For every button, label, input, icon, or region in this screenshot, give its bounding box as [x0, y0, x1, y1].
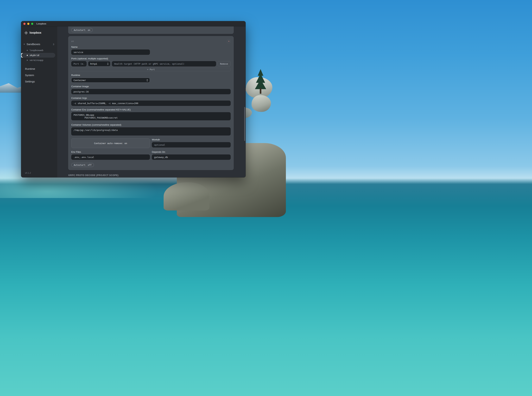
container-volumes-textarea[interactable]: /tmp/pg:/var/lib/postgresql/data [71, 127, 231, 135]
workdir-input[interactable] [152, 142, 231, 147]
auto-remove-workdir-row: Container auto-remove: on Workdir [71, 138, 231, 148]
container-auto-remove-toggle[interactable]: Container auto-remove: on [71, 138, 150, 148]
autostart-toggle[interactable]: Autostart: off [71, 163, 94, 167]
name-input[interactable] [71, 49, 150, 55]
scrollbar-thumb[interactable] [244, 107, 245, 141]
workdir-group: Workdir [152, 138, 231, 147]
bullet-icon [27, 50, 28, 51]
container-image-label: Container Image [71, 85, 231, 88]
sidebar-item-settings[interactable]: Settings [21, 78, 57, 85]
ports-label: Ports (optional, multiple supported) [71, 57, 231, 60]
container-env-label: Container Env (comma/newline separated K… [71, 108, 231, 111]
autostart-toggle[interactable]: Autostart: on [71, 28, 93, 32]
protocol-select[interactable]: http1 [88, 61, 110, 66]
minimize-window-button[interactable] [27, 23, 29, 25]
env-files-label: Env Files [71, 151, 150, 153]
sidebar-item-vereinsapp[interactable]: vereinsapp [22, 58, 55, 63]
sidebar-nav: Runtime System Settings [21, 66, 57, 85]
name-field-group: Name [71, 46, 231, 55]
grpc-proto-decode-header: GRPC PROTO DECODE (PROJECT SCOPE) [68, 174, 234, 176]
window-title: Loopbox [36, 22, 46, 25]
runtime-value: Container [74, 79, 86, 82]
container-image-input[interactable] [71, 89, 231, 94]
runtime-label: Runtime [71, 74, 231, 76]
env-files-group: Env Files [71, 151, 150, 160]
traffic-lights [23, 23, 33, 25]
card-index-label: #4 [71, 40, 74, 43]
chevron-up-down-icon [146, 79, 148, 82]
sidebar-section-sandboxes[interactable]: Sandboxes 3 [23, 43, 54, 46]
sidebar-item-runtime[interactable]: Runtime [21, 66, 57, 72]
remove-port-button[interactable]: Remove [217, 61, 231, 66]
container-volumes-group: Container Volumes (comma/newline separat… [71, 123, 231, 136]
sandbox-item-label: vereinsapp [29, 59, 43, 61]
depends-on-input[interactable] [152, 154, 231, 160]
sidebar-item-loopboxweb[interactable]: loopboxweb [22, 48, 55, 53]
wallpaper-pine-tree [255, 69, 266, 94]
titlebar[interactable]: Loopbox [21, 21, 246, 26]
app-version: v0.1.2 [21, 172, 57, 177]
selected-indicator [21, 53, 25, 58]
collapse-caret-icon [23, 44, 25, 45]
sidebar-item-skybrid[interactable]: skybrid [22, 53, 55, 58]
bullet-icon [27, 55, 28, 56]
container-image-group: Container Image [71, 85, 231, 94]
previous-sandbox-card: Autostart: on [68, 26, 234, 34]
close-window-button[interactable] [23, 23, 26, 25]
port-input[interactable] [71, 61, 87, 66]
bullet-icon [27, 60, 28, 61]
wallpaper-rock [252, 95, 266, 112]
container-env-group: Container Env (comma/newline separated K… [71, 108, 231, 121]
sandbox-list: loopboxweb skybrid vereinsapp [21, 48, 57, 63]
health-target-input[interactable] [112, 61, 216, 66]
sidebar: loopbox Sandboxes 3 loopboxweb skybrid [21, 26, 57, 177]
container-args-label: Container Args [71, 97, 231, 99]
container-args-input[interactable] [71, 101, 231, 106]
sandboxes-count: 3 [53, 43, 54, 46]
depends-on-group: Depends On [152, 151, 231, 160]
main-content: Autostart: on #4 × Name Ports (optional,… [57, 26, 246, 177]
app-window: Loopbox loopbox Sandboxes 3 loopboxweb [21, 21, 246, 177]
name-label: Name [71, 46, 231, 48]
sandboxes-label: Sandboxes [27, 43, 40, 46]
container-env-textarea[interactable]: POSTGRES_DB=app POSTGRES_PASSWORD=secret [71, 112, 231, 120]
depends-on-label: Depends On [152, 151, 231, 153]
chevron-up-down-icon [107, 63, 109, 65]
app-logo: loopbox [21, 26, 57, 35]
runtime-field-group: Runtime Container [71, 74, 231, 83]
workdir-label: Workdir [152, 138, 231, 141]
protocol-value: http1 [90, 63, 97, 65]
sidebar-item-system[interactable]: System [21, 72, 57, 78]
runtime-select[interactable]: Container [71, 78, 150, 83]
container-volumes-label: Container Volumes (comma/newline separat… [71, 123, 231, 126]
env-files-depends-row: Env Files Depends On [71, 151, 231, 160]
ports-field-group: Ports (optional, multiple supported) htt… [71, 57, 231, 71]
zoom-window-button[interactable] [31, 23, 33, 25]
remove-sandbox-button[interactable]: × [227, 40, 231, 43]
container-args-group: Container Args [71, 97, 231, 106]
logo-text: loopbox [29, 31, 41, 35]
loopbox-diamond-icon [24, 31, 28, 34]
sandbox-card-4: #4 × Name Ports (optional, multiple supp… [68, 36, 234, 170]
env-files-input[interactable] [71, 154, 150, 160]
add-port-button[interactable]: + Port [71, 68, 231, 71]
sandbox-item-label: skybrid [29, 54, 39, 57]
sandbox-item-label: loopboxweb [29, 49, 43, 52]
